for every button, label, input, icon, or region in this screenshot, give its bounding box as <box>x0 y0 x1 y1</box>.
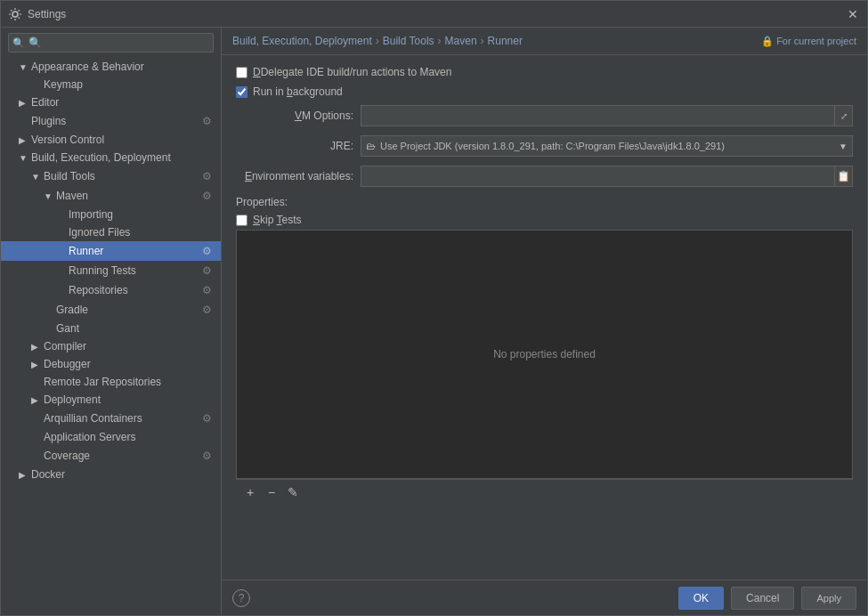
gear-icon: ⚙ <box>199 244 214 258</box>
no-properties-text: No properties defined <box>237 231 852 478</box>
jre-select[interactable]: 🗁 Use Project JDK (version 1.8.0_291, pa… <box>361 135 853 157</box>
breadcrumb-part-4: Runner <box>488 35 523 47</box>
expand-arrow: ▶ <box>19 470 28 480</box>
sidebar-item-label: Docker <box>31 468 214 481</box>
breadcrumb-sep-2: › <box>438 35 442 47</box>
sidebar-item-label: Application Servers <box>44 431 214 443</box>
jre-label: JRE: <box>236 140 361 152</box>
sidebar-item-deployment[interactable]: ▶ Deployment <box>1 391 221 409</box>
sidebar-item-editor[interactable]: ▶ Editor <box>1 93 221 111</box>
breadcrumb-sep-3: › <box>481 35 484 47</box>
expand-arrow: ▶ <box>31 342 40 352</box>
sidebar-item-app-servers[interactable]: Application Servers <box>1 428 221 446</box>
sidebar-item-ignored-files[interactable]: Ignored Files <box>1 223 221 241</box>
sidebar-item-repositories[interactable]: Repositories ⚙ <box>1 280 221 300</box>
sidebar-item-label: Remote Jar Repositories <box>44 376 214 388</box>
sidebar-item-coverage[interactable]: Coverage ⚙ <box>1 446 221 466</box>
properties-table: No properties defined <box>236 230 853 479</box>
sidebar-item-version-control[interactable]: ▶ Version Control <box>1 131 221 149</box>
sidebar-item-appearance[interactable]: ▼ Appearance & Behavior <box>1 58 221 76</box>
edit-property-button[interactable]: ✎ <box>284 483 302 501</box>
sidebar-item-label: Editor <box>31 96 214 109</box>
sidebar-item-label: Keymap <box>44 78 214 91</box>
sidebar-item-build-exec[interactable]: ▼ Build, Execution, Deployment <box>1 149 221 166</box>
background-label: Run in background <box>253 85 343 98</box>
sidebar-item-arquillian[interactable]: Arquillian Containers ⚙ <box>1 409 221 428</box>
skip-tests-label: Skip Tests <box>253 214 302 226</box>
sidebar-item-compiler[interactable]: ▶ Compiler <box>1 337 221 355</box>
expand-arrow: ▼ <box>44 191 53 201</box>
sidebar-item-label: Compiler <box>44 340 214 353</box>
breadcrumb: Build, Execution, Deployment › Build Too… <box>222 28 867 55</box>
title-bar: Settings ✕ <box>1 1 867 28</box>
help-button[interactable]: ? <box>232 589 250 607</box>
sidebar-item-plugins[interactable]: Plugins ⚙ <box>1 111 221 131</box>
expand-arrow: ▶ <box>31 395 40 405</box>
expand-arrow: ▼ <box>31 172 40 182</box>
jre-input-wrap: 🗁 Use Project JDK (version 1.8.0_291, pa… <box>361 135 853 157</box>
breadcrumb-part-3: Maven <box>445 35 477 47</box>
sidebar-item-keymap[interactable]: Keymap <box>1 76 221 93</box>
content-area: 🔍 ▼ Appearance & Behavior Keymap ▶ Edito… <box>1 28 867 615</box>
sidebar-item-label: Maven <box>56 190 199 202</box>
sidebar-item-maven[interactable]: ▼ Maven ⚙ <box>1 186 221 206</box>
env-vars-btn[interactable]: 📋 <box>835 166 853 187</box>
properties-section: Properties: Skip Tests No properties def… <box>236 196 853 504</box>
jre-value-text: Use Project JDK (version 1.8.0_291, path… <box>380 141 839 151</box>
sidebar-item-remote-jar[interactable]: Remote Jar Repositories <box>1 373 221 391</box>
expand-arrow: ▶ <box>19 135 28 145</box>
sidebar-item-running-tests[interactable]: Running Tests ⚙ <box>1 261 221 280</box>
gear-icon: ⚙ <box>199 169 214 183</box>
project-label: 🔒 For current project <box>761 36 856 47</box>
delegate-label: DDelegate IDE build/run actions to Maven… <box>253 66 451 78</box>
cancel-button[interactable]: Cancel <box>731 587 794 610</box>
properties-label: Properties: <box>236 196 853 208</box>
gear-icon: ⚙ <box>199 114 214 128</box>
vm-options-input-wrap: ⤢ <box>361 105 853 126</box>
gear-icon: ⚙ <box>199 189 214 203</box>
gear-icon: ⚙ <box>199 449 214 463</box>
sidebar-item-docker[interactable]: ▶ Docker <box>1 466 221 483</box>
jdk-icon: 🗁 <box>366 141 376 151</box>
skip-tests-checkbox[interactable] <box>236 215 247 226</box>
env-vars-input[interactable] <box>361 166 835 187</box>
gear-icon: ⚙ <box>199 283 214 297</box>
sidebar-item-gant[interactable]: Gant <box>1 320 221 337</box>
background-checkbox[interactable] <box>236 86 247 98</box>
add-property-button[interactable]: + <box>241 483 259 501</box>
settings-icon <box>8 7 22 21</box>
gear-icon: ⚙ <box>199 411 214 426</box>
close-button[interactable]: ✕ <box>846 7 860 21</box>
sidebar-item-build-tools[interactable]: ▼ Build Tools ⚙ <box>1 166 221 186</box>
vm-options-label: VM Options: <box>236 109 361 122</box>
ok-button[interactable]: OK <box>678 587 724 610</box>
svg-point-0 <box>12 12 18 17</box>
search-box[interactable]: 🔍 <box>8 33 214 53</box>
vm-options-expand-btn[interactable]: ⤢ <box>835 105 853 126</box>
gear-icon: ⚙ <box>199 263 214 278</box>
sidebar-item-label: Arquillian Containers <box>44 412 199 425</box>
sidebar-item-label: Runner <box>69 245 199 257</box>
delegate-checkbox[interactable] <box>236 67 247 78</box>
settings-dialog: Settings ✕ 🔍 ▼ Appearance & Behavior Key… <box>0 0 868 616</box>
sidebar-item-runner[interactable]: Runner ⚙ <box>1 241 221 261</box>
sidebar-item-label: Build Tools <box>44 170 199 182</box>
skip-tests-row: Skip Tests <box>236 214 853 226</box>
apply-button[interactable]: Apply <box>801 587 856 610</box>
breadcrumb-part-2: Build Tools <box>383 35 434 47</box>
sidebar-item-debugger[interactable]: ▶ Debugger <box>1 355 221 373</box>
sidebar-item-label: Plugins <box>31 115 199 127</box>
sidebar-item-gradle[interactable]: Gradle ⚙ <box>1 300 221 320</box>
vm-options-input[interactable] <box>361 105 835 126</box>
gear-icon: ⚙ <box>199 303 214 317</box>
env-vars-label: Environment variables: <box>236 170 361 182</box>
properties-toolbar: + − ✎ <box>236 479 853 504</box>
search-input[interactable] <box>8 33 214 53</box>
sidebar-item-importing[interactable]: Importing <box>1 206 221 223</box>
main-panel: Build, Execution, Deployment › Build Too… <box>222 28 867 615</box>
expand-arrow: ▶ <box>31 360 40 369</box>
sidebar-item-label: Repositories <box>69 284 199 296</box>
expand-arrow: ▼ <box>19 153 28 163</box>
sidebar-item-label: Gradle <box>56 304 199 316</box>
remove-property-button[interactable]: − <box>263 483 280 501</box>
